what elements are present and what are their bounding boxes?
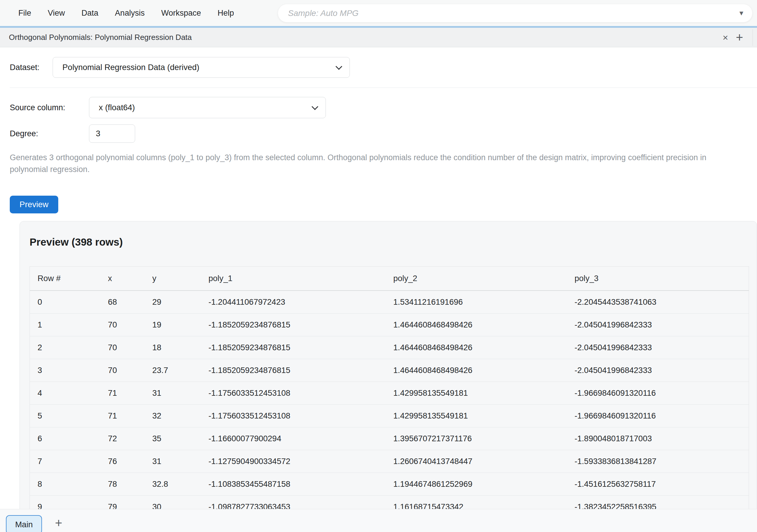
menu-item-view[interactable]: View [48,9,65,18]
table-cell: 32 [145,411,201,421]
table-cell: -1.16600077900294 [201,434,386,443]
table-cell: -1.1852059234876815 [201,343,386,352]
sheet-tab-bar: Main + [0,509,757,532]
table-cell: -1.1852059234876815 [201,366,386,375]
table-row: 77631-1.12759049003345721.26067404137484… [30,450,749,473]
table-cell: 23.7 [145,366,201,375]
degree-row: Degree: [10,124,757,143]
preview-heading: Preview (398 rows) [30,236,748,248]
table-header-row: Row #xypoly_1poly_2poly_3 [30,267,749,291]
sheet-tab-main[interactable]: Main [6,515,42,532]
table-cell: -1.9669846091320116 [567,411,749,421]
menu-item-analysis[interactable]: Analysis [115,9,145,18]
dataset-select[interactable]: Polynomial Regression Data (derived) [53,57,350,78]
table-cell: 7 [30,457,100,466]
table-cell: 6 [30,434,100,443]
table-cell: -1.890048018717003 [567,434,749,443]
combobox-placeholder: Sample: Auto MPG [288,9,359,18]
table-cell: 68 [100,297,145,307]
table-cell: 70 [100,366,145,375]
table-cell: -1.4516125632758117 [567,479,749,489]
table-cell: -1.1756033512453108 [201,388,386,398]
menu: FileViewDataAnalysisWorkspaceHelp [0,9,234,18]
table-cell: 1.2606740413748447 [386,457,567,466]
table-cell: -2.045041996842333 [567,320,749,330]
table-cell: -1.204411067972423 [201,297,386,307]
table-cell: 0 [30,297,100,307]
table-cell: -2.2045443538741063 [567,297,749,307]
table-cell: 1.3956707217371176 [386,434,567,443]
tab-controls: × + [723,29,757,46]
table-cell: 70 [100,343,145,352]
menu-item-file[interactable]: File [18,9,31,18]
tool-panel: Dataset: Polynomial Regression Data (der… [0,57,757,532]
table-cell: 32.8 [145,479,201,489]
table-cell: 29 [145,297,201,307]
menu-item-help[interactable]: Help [218,9,234,18]
source-column-label: Source column: [10,103,89,112]
column-header-x: x [100,274,145,283]
degree-label: Degree: [10,129,89,138]
table-cell: -1.9669846091320116 [567,388,749,398]
source-column-row: Source column: x (float64) [10,97,757,118]
table-cell: 1.4644608468498426 [386,320,567,330]
dataset-label: Dataset: [10,63,53,72]
dataset-row: Dataset: Polynomial Regression Data (der… [10,57,757,78]
preview-table: Row #xypoly_1poly_2poly_3 06829-1.204411… [30,266,749,518]
table-cell: 31 [145,388,201,398]
table-cell: 71 [100,411,145,421]
table-cell: 1.429958135549181 [386,388,567,398]
table-row: 17019-1.18520592348768151.46446084684984… [30,313,749,336]
table-cell: -1.5933836813841287 [567,457,749,466]
table-cell: -1.1083853455487158 [201,479,386,489]
tab-title[interactable]: Orthogonal Polynomials: Polynomial Regre… [9,33,192,42]
section-divider [10,87,757,88]
table-cell: 72 [100,434,145,443]
dataset-combobox[interactable]: Sample: Auto MPG ▼ [278,4,753,22]
table-cell: 71 [100,388,145,398]
tool-description: Generates 3 orthogonal polynomial column… [10,152,719,175]
table-row: 67235-1.166000779002941.3956707217371176… [30,428,749,450]
menu-item-workspace[interactable]: Workspace [161,9,201,18]
source-column-select-value: x (float64) [99,103,135,112]
table-cell: 3 [30,366,100,375]
table-cell: -1.1275904900334572 [201,457,386,466]
table-row: 57132-1.17560335124531081.42995813554918… [30,405,749,428]
table-cell: -2.045041996842333 [567,343,749,352]
column-header-row: Row # [30,274,100,283]
chevron-down-icon [312,103,318,110]
degree-input[interactable] [89,124,135,143]
table-cell: 78 [100,479,145,489]
table-cell: 2 [30,343,100,352]
table-row: 87832.8-1.10838534554871581.194467486125… [30,473,749,496]
table-cell: -2.045041996842333 [567,366,749,375]
table-row: 37023.7-1.18520592348768151.464460846849… [30,359,749,382]
table-cell: -1.1756033512453108 [201,411,386,421]
menu-item-data[interactable]: Data [82,9,99,18]
source-column-select[interactable]: x (float64) [89,97,326,118]
table-row: 27018-1.18520592348768151.46446084684984… [30,336,749,359]
add-tab-icon[interactable]: + [736,31,743,44]
table-cell: 31 [145,457,201,466]
preview-button[interactable]: Preview [10,196,58,213]
column-header-poly_3: poly_3 [567,274,749,283]
table-cell: -1.1852059234876815 [201,320,386,330]
add-sheet-icon[interactable]: + [55,517,62,529]
table-cell: 1.429958135549181 [386,411,567,421]
table-cell: 76 [100,457,145,466]
table-cell: 1.4644608468498426 [386,343,567,352]
table-cell: 18 [145,343,201,352]
table-row: 47131-1.17560335124531081.42995813554918… [30,382,749,405]
close-tab-icon[interactable]: × [723,33,728,42]
table-cell: 1.53411216191696 [386,297,567,307]
dataset-select-value: Polynomial Regression Data (derived) [62,63,199,72]
column-header-poly_2: poly_2 [386,274,567,283]
table-cell: 19 [145,320,201,330]
column-header-y: y [145,274,201,283]
document-tab-bar: Orthogonal Polynomials: Polynomial Regre… [0,28,757,47]
table-cell: 5 [30,411,100,421]
table-cell: 70 [100,320,145,330]
table-cell: 8 [30,479,100,489]
table-cell: 1.4644608468498426 [386,366,567,375]
table-cell: 4 [30,388,100,398]
